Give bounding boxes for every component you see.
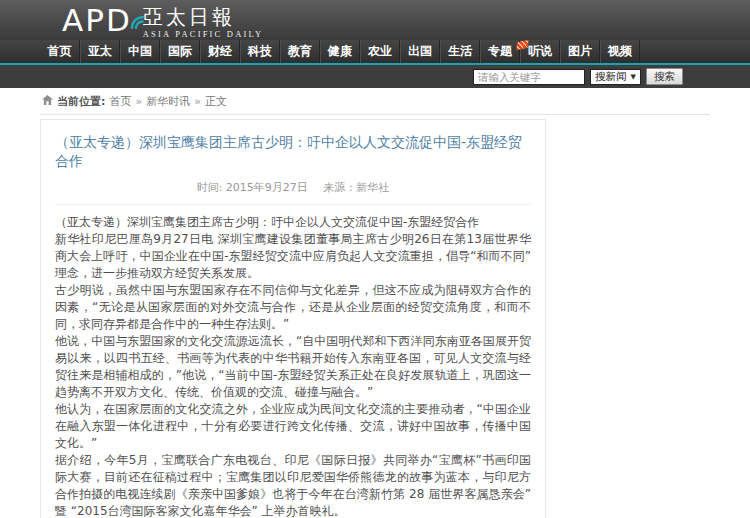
nav-item-education[interactable]: 教育 — [280, 40, 320, 63]
article-body: （亚太专递）深圳宝鹰集团主席古少明：吁中企以人文交流促中国-东盟经贸合作 新华社… — [41, 205, 545, 518]
logo-english-title: ASIA PACIFIC DAILY — [143, 29, 264, 39]
nav-item-tech[interactable]: 科技 — [240, 40, 280, 63]
site-header: APD 亞太日報 ASIA PACIFIC DAILY — [0, 0, 750, 40]
article-paragraph: 据介绍，今年5月，宝鹰联合广东电视台、印尼《国际日报》共同举办“宝鹰杯”书画印国… — [55, 452, 531, 518]
nav-item-pictures[interactable]: 图片 — [560, 40, 600, 63]
nav-item-life[interactable]: 生活 — [440, 40, 480, 63]
logo-chinese-title: 亞太日報 — [143, 5, 264, 29]
breadcrumb-home[interactable]: 首页 — [109, 94, 131, 109]
search-category-select[interactable]: 搜新闻 ▼ — [590, 69, 641, 85]
nav-item-listen[interactable]: 听说 — [520, 40, 560, 63]
article-source: 来源：新华社 — [323, 181, 389, 194]
breadcrumb-label: 当前位置: — [57, 94, 105, 109]
nav-item-topics[interactable]: 专题 — [480, 40, 520, 63]
breadcrumb-section[interactable]: 新华时讯 — [146, 94, 190, 109]
nav-item-abroad[interactable]: 出国 — [400, 40, 440, 63]
article-container: （亚太专递）深圳宝鹰集团主席古少明：吁中企以人文交流促中国-东盟经贸合作 时间:… — [40, 119, 546, 518]
breadcrumb-current: 正文 — [205, 94, 227, 109]
article-meta: 时间: 2015年9月27日 来源：新华社 — [55, 180, 531, 205]
nav-item-video[interactable]: 视频 — [600, 40, 640, 63]
article-paragraph: 古少明说，虽然中国与东盟国家存在不同信仰与文化差异，但这不应成为阻碍双方合作的因… — [55, 282, 531, 333]
article-paragraph: （亚太专递）深圳宝鹰集团主席古少明：吁中企以人文交流促中国-东盟经贸合作 — [55, 214, 531, 231]
signal-icon — [130, 0, 145, 36]
article-paragraph: 新华社印尼巴厘岛9月27日电 深圳宝鹰建设集团董事局主席古少明26日在第13届世… — [55, 231, 531, 282]
article-time: 时间: 2015年9月27日 — [197, 181, 308, 194]
main-nav: 首页 亚太 中国 国际 财经 科技 教育 健康 农业 出国 生活 专题 听说 图… — [0, 40, 750, 63]
breadcrumb-separator: » — [194, 95, 201, 108]
nav-item-china[interactable]: 中国 — [120, 40, 160, 63]
article-paragraph: 他说，中国与东盟国家的文化交流源远流长，“自中国明代郑和下西洋同东南亚各国展开贸… — [55, 333, 531, 401]
logo-apd-text: APD — [62, 2, 132, 38]
article-paragraph: 他认为，在国家层面的文化交流之外，企业应成为民间文化交流的主要推动者，“中国企业… — [55, 401, 531, 452]
nav-item-agriculture[interactable]: 农业 — [360, 40, 400, 63]
nav-item-home[interactable]: 首页 — [40, 40, 80, 63]
breadcrumb-separator: » — [135, 95, 142, 108]
article-title: （亚太专递）深圳宝鹰集团主席古少明：吁中企以人文交流促中国-东盟经贸合作 — [55, 133, 531, 171]
search-bar: 搜新闻 ▼ 搜索 — [0, 65, 750, 88]
breadcrumb: 当前位置: 首页 » 新华时讯 » 正文 — [40, 94, 710, 115]
hot-icon — [516, 40, 529, 50]
nav-item-health[interactable]: 健康 — [320, 40, 360, 63]
search-button[interactable]: 搜索 — [646, 68, 683, 85]
nav-item-finance[interactable]: 财经 — [200, 40, 240, 63]
nav-item-asia-pacific[interactable]: 亚太 — [80, 40, 120, 63]
nav-item-international[interactable]: 国际 — [160, 40, 200, 63]
search-input[interactable] — [473, 69, 585, 85]
article-header: （亚太专递）深圳宝鹰集团主席古少明：吁中企以人文交流促中国-东盟经贸合作 时间:… — [41, 120, 545, 205]
nav-item-label: 听说 — [528, 44, 552, 58]
chevron-down-icon: ▼ — [631, 73, 636, 81]
home-icon — [42, 95, 53, 108]
search-category-value: 搜新闻 — [595, 70, 627, 84]
site-logo[interactable]: APD 亞太日報 ASIA PACIFIC DAILY — [0, 0, 750, 39]
